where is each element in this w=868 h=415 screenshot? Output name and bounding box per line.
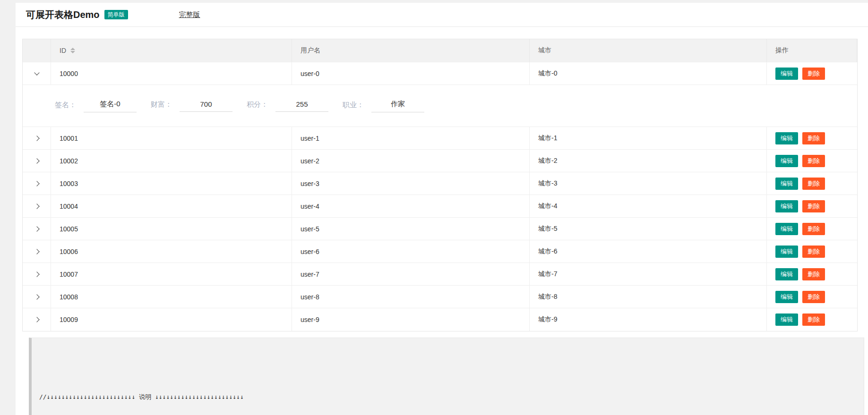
chevron-right-icon[interactable] <box>34 249 39 254</box>
row-expand-cell[interactable] <box>23 286 51 308</box>
row-user-cell: user-8 <box>292 286 530 308</box>
row-city-cell: 城市-6 <box>530 240 767 263</box>
row-expand-cell[interactable] <box>23 62 51 85</box>
chevron-right-icon[interactable] <box>34 136 39 141</box>
code-block: //↓↓↓↓↓↓↓↓↓↓↓↓↓↓↓↓↓↓↓↓↓↓↓↓ 说明 ↓↓↓↓↓↓↓↓↓↓… <box>29 338 864 415</box>
row-id-cell: 10002 <box>51 150 292 172</box>
row-ops-cell: 编辑 删除 <box>767 195 857 217</box>
header-ops-label: 操作 <box>775 46 789 55</box>
row-expand-cell[interactable] <box>23 218 51 240</box>
row-user-cell: user-0 <box>292 62 530 85</box>
delete-button[interactable]: 删除 <box>802 223 825 235</box>
header-user-label: 用户名 <box>301 46 320 55</box>
row-ops-cell: 编辑 删除 <box>767 218 857 240</box>
sort-asc-icon[interactable] <box>70 48 75 50</box>
detail-label: 职业： <box>343 101 364 112</box>
row-expand-cell[interactable] <box>23 150 51 172</box>
row-user-cell: user-1 <box>292 127 530 149</box>
expanded-detail-panel: 签名： 签名-0 财富： 700 积分： 255 职业： 作家 <box>23 85 857 127</box>
detail-field-occupation: 职业： 作家 <box>343 100 424 112</box>
row-user-cell: user-6 <box>292 240 530 263</box>
code-line: //↓↓↓↓↓↓↓↓↓↓↓↓↓↓↓↓↓↓↓↓↓↓↓↓ 说明 ↓↓↓↓↓↓↓↓↓↓… <box>39 391 856 403</box>
delete-button[interactable]: 删除 <box>802 178 825 190</box>
table-row: 10004 user-4 城市-4 编辑 删除 <box>23 195 857 218</box>
row-city-cell: 城市-2 <box>530 150 767 172</box>
row-id-cell: 10003 <box>51 172 292 195</box>
row-id-cell: 10004 <box>51 195 292 217</box>
delete-button[interactable]: 删除 <box>802 200 825 212</box>
row-user-cell: user-2 <box>292 150 530 172</box>
row-expand-cell[interactable] <box>23 240 51 263</box>
edit-button[interactable]: 编辑 <box>775 268 798 280</box>
row-id-cell: 10005 <box>51 218 292 240</box>
header-expand-cell <box>23 39 51 62</box>
delete-button[interactable]: 删除 <box>802 268 825 280</box>
table-row: 10000 user-0 城市-0 编辑 删除 <box>23 62 857 85</box>
detail-value-input[interactable]: 700 <box>180 100 232 112</box>
table-row: 10006 user-6 城市-6 编辑 删除 <box>23 240 857 263</box>
row-expand-cell[interactable] <box>23 195 51 217</box>
row-expand-cell[interactable] <box>23 172 51 195</box>
delete-button[interactable]: 删除 <box>802 155 825 167</box>
row-id-cell: 10008 <box>51 286 292 308</box>
chevron-right-icon[interactable] <box>34 203 39 209</box>
delete-button[interactable]: 删除 <box>802 68 825 80</box>
chevron-right-icon[interactable] <box>34 181 39 186</box>
row-ops-cell: 编辑 删除 <box>767 240 857 263</box>
edit-button[interactable]: 编辑 <box>775 246 798 258</box>
header-ops-cell: 操作 <box>767 39 857 62</box>
row-ops-cell: 编辑 删除 <box>767 127 857 149</box>
edit-button[interactable]: 编辑 <box>775 313 798 326</box>
detail-value-input[interactable]: 作家 <box>371 100 424 112</box>
chevron-right-icon[interactable] <box>34 317 39 322</box>
chevron-down-icon[interactable] <box>34 70 39 75</box>
delete-button[interactable]: 删除 <box>802 246 825 258</box>
row-user-cell: user-5 <box>292 218 530 240</box>
edit-button[interactable]: 编辑 <box>775 200 798 212</box>
table-row: 10003 user-3 城市-3 编辑 删除 <box>23 172 857 195</box>
table-row: 10007 user-7 城市-7 编辑 删除 <box>23 263 857 286</box>
chevron-right-icon[interactable] <box>34 271 39 277</box>
detail-value-input[interactable]: 签名-0 <box>84 100 137 112</box>
sort-icon[interactable] <box>70 48 75 53</box>
edit-button[interactable]: 编辑 <box>775 155 798 167</box>
edit-button[interactable]: 编辑 <box>775 291 798 303</box>
detail-value-input[interactable]: 255 <box>275 100 328 112</box>
header-id-cell[interactable]: ID <box>51 39 292 62</box>
code-line <box>39 367 856 379</box>
delete-button[interactable]: 删除 <box>802 132 825 144</box>
delete-button[interactable]: 删除 <box>802 313 825 326</box>
version-badge: 简单版 <box>104 10 128 19</box>
row-expand-cell[interactable] <box>23 308 51 331</box>
edit-button[interactable]: 编辑 <box>775 68 798 80</box>
edit-button[interactable]: 编辑 <box>775 178 798 190</box>
table-row: 10002 user-2 城市-2 编辑 删除 <box>23 150 857 172</box>
detail-label: 签名： <box>55 101 76 112</box>
row-ops-cell: 编辑 删除 <box>767 286 857 308</box>
detail-label: 积分： <box>247 100 268 112</box>
row-expand-cell[interactable] <box>23 263 51 285</box>
code-line <box>39 356 856 367</box>
sort-desc-icon[interactable] <box>70 51 75 53</box>
table-row: 10005 user-5 城市-5 编辑 删除 <box>23 218 857 240</box>
full-version-link[interactable]: 完整版 <box>179 10 200 19</box>
edit-button[interactable]: 编辑 <box>775 223 798 235</box>
header-user-cell: 用户名 <box>292 39 530 62</box>
header-id-label: ID <box>60 47 66 54</box>
row-city-cell: 城市-5 <box>530 218 767 240</box>
row-expand-cell[interactable] <box>23 127 51 149</box>
edit-button[interactable]: 编辑 <box>775 132 798 144</box>
table-row: 10009 user-9 城市-9 编辑 删除 <box>23 308 857 331</box>
detail-field-signature: 签名： 签名-0 <box>55 100 137 112</box>
row-city-cell: 城市-4 <box>530 195 767 217</box>
chevron-right-icon[interactable] <box>34 294 39 299</box>
chevron-right-icon[interactable] <box>34 158 39 163</box>
row-user-cell: user-3 <box>292 172 530 195</box>
page-body: ID 用户名 城市 操作 <box>16 27 868 415</box>
row-id-cell: 10001 <box>51 127 292 149</box>
row-ops-cell: 编辑 删除 <box>767 62 857 85</box>
row-ops-cell: 编辑 删除 <box>767 150 857 172</box>
delete-button[interactable]: 删除 <box>802 291 825 303</box>
chevron-right-icon[interactable] <box>34 226 39 231</box>
code-line <box>39 344 856 356</box>
